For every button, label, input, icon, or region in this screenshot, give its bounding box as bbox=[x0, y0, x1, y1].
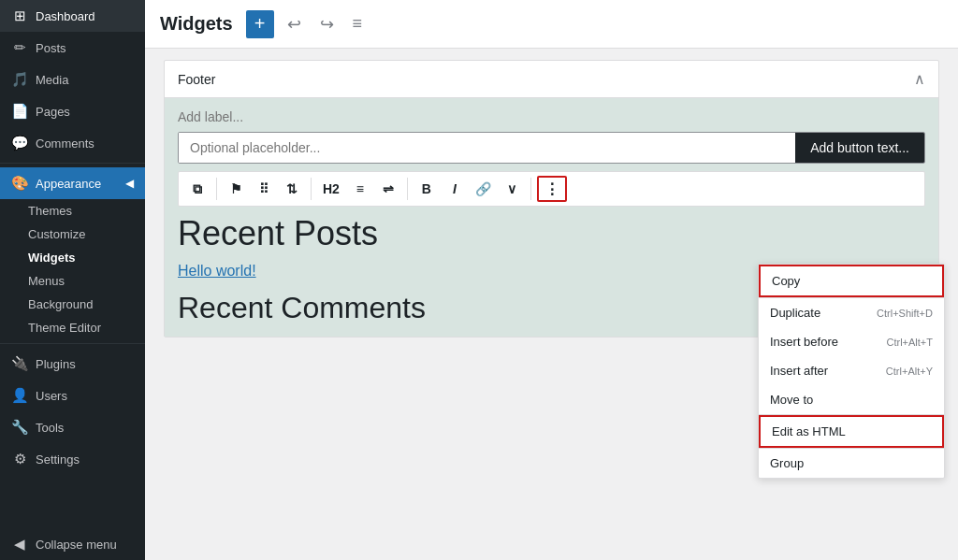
sidebar-item-posts[interactable]: ✏ Posts bbox=[0, 32, 145, 64]
settings-icon: ⚙ bbox=[11, 451, 28, 467]
sidebar-sub-themes[interactable]: Themes bbox=[0, 199, 145, 223]
bookmark-button[interactable]: ⚑ bbox=[223, 176, 249, 202]
sidebar-item-tools[interactable]: 🔧 Tools bbox=[0, 411, 145, 443]
more-options-button[interactable]: ⋮ bbox=[537, 176, 567, 202]
h2-button[interactable]: H2 bbox=[317, 176, 345, 202]
copy-label: Copy bbox=[772, 274, 800, 288]
divider2 bbox=[0, 343, 145, 344]
page-title: Widgets bbox=[160, 13, 233, 35]
main-panel: Widgets + ↩ ↪ ≡ Footer ∧ bbox=[145, 0, 958, 560]
redo-button[interactable]: ↪ bbox=[314, 10, 340, 38]
link-icon: 🔗 bbox=[475, 181, 491, 196]
footer-chevron[interactable]: ∧ bbox=[914, 70, 925, 88]
sidebar-sub-menus[interactable]: Menus bbox=[0, 269, 145, 293]
group-label: Group bbox=[770, 456, 804, 470]
sidebar-item-plugins[interactable]: 🔌 Plugins bbox=[0, 348, 145, 380]
sep2 bbox=[311, 178, 312, 200]
context-menu-insert-before[interactable]: Insert before Ctrl+Alt+T bbox=[759, 327, 944, 356]
tools-icon: 🔧 bbox=[11, 419, 28, 436]
context-menu-copy[interactable]: Copy bbox=[759, 265, 944, 297]
recent-posts-heading: Recent Posts bbox=[178, 214, 925, 253]
comments-icon: 💬 bbox=[11, 135, 28, 151]
divider bbox=[0, 163, 145, 164]
italic-button[interactable]: I bbox=[442, 176, 468, 202]
add-widget-button[interactable]: + bbox=[246, 10, 274, 38]
list-view-button[interactable]: ≡ bbox=[347, 10, 369, 37]
sidebar-item-users[interactable]: 👤 Users bbox=[0, 380, 145, 411]
list-icon: ≡ bbox=[353, 14, 363, 33]
background-label: Background bbox=[28, 297, 93, 311]
theme-editor-label: Theme Editor bbox=[28, 321, 101, 335]
insert-after-shortcut: Ctrl+Alt+Y bbox=[886, 366, 933, 377]
sidebar-item-pages[interactable]: 📄 Pages bbox=[0, 95, 145, 127]
sidebar-item-label: Appearance bbox=[36, 177, 101, 191]
context-menu-move-to[interactable]: Move to bbox=[759, 385, 944, 414]
sidebar-sub-background[interactable]: Background bbox=[0, 293, 145, 316]
grip-icon: ⠿ bbox=[259, 181, 269, 196]
search-row: Add button text... bbox=[178, 132, 925, 164]
sidebar-sub-customize[interactable]: Customize bbox=[0, 223, 145, 246]
more-icon: ⋮ bbox=[544, 180, 559, 198]
menus-label: Menus bbox=[28, 274, 65, 288]
sidebar-collapse[interactable]: ◀ Collapse menu bbox=[0, 528, 145, 560]
add-button[interactable]: Add button text... bbox=[795, 133, 924, 163]
arrows-icon: ⇅ bbox=[286, 181, 298, 196]
sidebar-item-settings[interactable]: ⚙ Settings bbox=[0, 443, 145, 475]
bold-button[interactable]: B bbox=[414, 176, 440, 202]
sep4 bbox=[530, 178, 531, 200]
sidebar-item-label: Settings bbox=[36, 452, 80, 467]
widgets-label: Widgets bbox=[28, 251, 75, 265]
context-menu-edit-html[interactable]: Edit as HTML bbox=[759, 415, 944, 448]
link-button[interactable]: 🔗 bbox=[470, 176, 497, 202]
sidebar-item-media[interactable]: 🎵 Media bbox=[0, 64, 145, 95]
context-menu-duplicate[interactable]: Duplicate Ctrl+Shift+D bbox=[759, 298, 944, 327]
bold-label: B bbox=[422, 181, 431, 196]
align-icon: ≡ bbox=[356, 181, 364, 196]
sidebar-item-label: Media bbox=[36, 73, 68, 87]
chain-icon: ⇌ bbox=[383, 181, 394, 196]
sidebar-sub-theme-editor[interactable]: Theme Editor bbox=[0, 316, 145, 339]
collapse-icon: ◀ bbox=[11, 536, 28, 553]
sidebar-item-label: Pages bbox=[36, 105, 70, 119]
move-to-label: Move to bbox=[770, 393, 813, 407]
content-area: Footer ∧ Add button text... ⧉ bbox=[145, 49, 958, 560]
insert-after-label: Insert after bbox=[770, 364, 828, 378]
sidebar-sub-widgets[interactable]: Widgets bbox=[0, 246, 145, 269]
sidebar-item-label: Dashboard bbox=[36, 9, 95, 23]
block-toolbar: ⧉ ⚑ ⠿ ⇅ H2 bbox=[178, 171, 925, 207]
dashboard-icon: ⊞ bbox=[11, 7, 28, 24]
context-menu-insert-after[interactable]: Insert after Ctrl+Alt+Y bbox=[759, 356, 944, 385]
media-icon: 🎵 bbox=[11, 71, 28, 88]
sep3 bbox=[407, 178, 408, 200]
label-input[interactable] bbox=[178, 109, 925, 124]
sidebar-item-dashboard[interactable]: ⊞ Dashboard bbox=[0, 0, 145, 32]
h2-label: H2 bbox=[323, 181, 340, 196]
context-menu: Copy Duplicate Ctrl+Shift+D Insert befor… bbox=[758, 264, 945, 479]
insert-before-shortcut: Ctrl+Alt+T bbox=[886, 337, 933, 348]
chain-button[interactable]: ⇌ bbox=[375, 176, 401, 202]
sidebar-item-comments[interactable]: 💬 Comments bbox=[0, 127, 145, 159]
sidebar-item-label: Plugins bbox=[36, 357, 76, 371]
duplicate-label: Duplicate bbox=[770, 306, 820, 320]
appearance-arrow: ◀ bbox=[125, 177, 134, 190]
arrows-button[interactable]: ⇅ bbox=[279, 176, 305, 202]
footer-header[interactable]: Footer ∧ bbox=[165, 61, 938, 98]
italic-label: I bbox=[453, 181, 457, 196]
dropdown-icon: ∨ bbox=[507, 181, 516, 196]
widget-area: Footer ∧ Add button text... ⧉ bbox=[145, 49, 958, 560]
context-menu-group[interactable]: Group bbox=[759, 449, 944, 478]
dropdown-button[interactable]: ∨ bbox=[499, 176, 525, 202]
topbar: Widgets + ↩ ↪ ≡ bbox=[145, 0, 958, 49]
search-input[interactable] bbox=[179, 133, 795, 163]
sidebar-item-appearance[interactable]: 🎨 Appearance ◀ bbox=[0, 167, 145, 199]
sidebar-item-label: Users bbox=[36, 389, 67, 403]
undo-button[interactable]: ↩ bbox=[282, 10, 307, 38]
sidebar-item-label: Posts bbox=[36, 41, 66, 55]
sep1 bbox=[216, 178, 217, 200]
edit-html-label: Edit as HTML bbox=[772, 424, 846, 438]
collapse-label: Collapse menu bbox=[36, 538, 117, 552]
grip-button[interactable]: ⠿ bbox=[251, 176, 277, 202]
undo-icon: ↩ bbox=[287, 15, 301, 34]
align-button[interactable]: ≡ bbox=[347, 176, 373, 202]
copy-block-button[interactable]: ⧉ bbox=[184, 176, 210, 202]
